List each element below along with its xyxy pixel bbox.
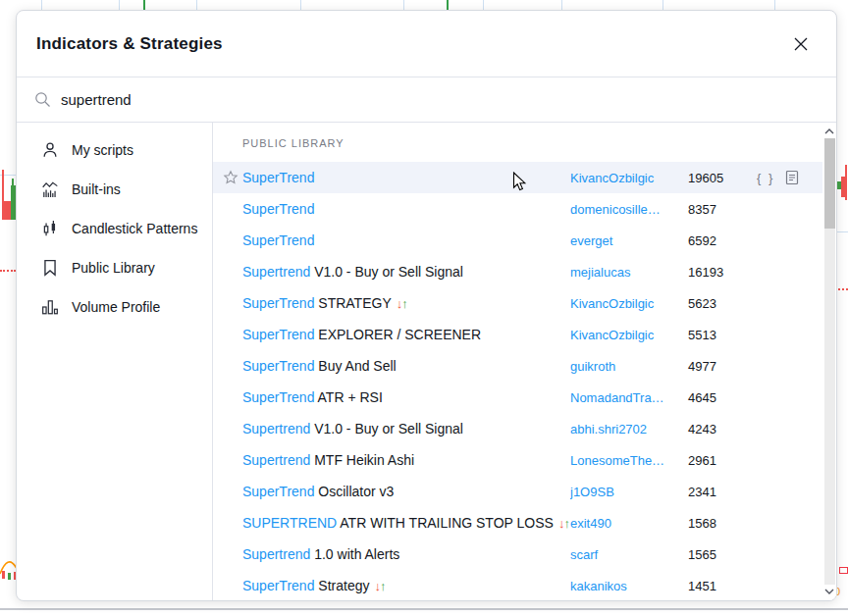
direction-arrows: ↓↑ [397,296,407,311]
favorite-star-icon[interactable] [223,170,238,185]
script-name[interactable]: SuperTrend STRATEGY↓↑ [242,295,570,311]
chart-pane-divider [0,608,848,610]
script-row[interactable]: SuperTrend Buy And Sell guikroth 4977 [213,350,823,382]
sidebar-item-volume-profile[interactable]: Volume Profile [17,287,212,327]
close-button[interactable] [787,30,815,58]
sidebar-item-label: Candlestick Patterns [72,221,197,236]
author-link[interactable]: j1O9SB [570,485,688,499]
author-link[interactable]: guikroth [570,359,688,374]
indicators-dialog: Indicators & Strategies [16,10,837,601]
script-name-match: Supertrend [242,264,310,280]
author-link[interactable]: LonesomeThe… [570,453,688,468]
scrollbar-thumb[interactable] [824,138,835,229]
candle-body [841,177,847,197]
sidebar-item-label: My scripts [72,142,133,158]
author-link[interactable]: domenicosille… [570,202,688,217]
likes-count: 6592 [688,233,757,248]
author-link[interactable]: KivancOzbilgic [570,171,688,185]
author-link[interactable]: kakanikos [570,579,688,593]
script-name[interactable]: Supertrend MTF Heikin Ashi [242,452,570,468]
script-row[interactable]: Supertrend V1.0 - Buy or Sell Signal mej… [213,256,823,287]
script-name[interactable]: SuperTrend ATR + RSI [242,389,570,405]
script-name-rest: Buy And Sell [314,358,396,374]
chart-price-box [839,567,848,574]
candle-body [8,573,11,580]
script-name[interactable]: Supertrend V1.0 - Buy or Sell Signal [242,421,570,436]
script-name[interactable]: SuperTrend EXPLORER / SCREENER [242,327,570,342]
script-row[interactable]: SuperTrend STRATEGY↓↑ KivancOzbilgic 562… [213,287,823,319]
script-row[interactable]: Supertrend MTF Heikin Ashi LonesomeThe… … [213,444,823,476]
script-row[interactable]: SuperTrend Oscillator v3 j1O9SB 2341 [213,476,823,507]
script-name-match: SuperTrend [242,232,314,248]
row-actions: { } [757,170,799,185]
scrollbar [822,123,836,600]
author-link[interactable]: NomadandTra… [570,390,688,405]
section-header: PUBLIC LIBRARY [213,123,836,162]
volume-profile-icon [41,298,59,316]
script-name[interactable]: SuperTrend Strategy↓↑ [242,578,570,593]
script-name-rest: Strategy [314,578,369,593]
script-page-icon[interactable] [785,170,799,185]
likes-count: 4243 [688,422,757,436]
likes-count: 5623 [688,296,757,311]
search-icon [34,91,51,108]
screen: 0 Indicators & Strategies [0,0,848,616]
sidebar-item-label: Built-ins [72,181,121,197]
script-name-match: SuperTrend [242,389,314,405]
sidebar-item-label: Public Library [72,260,155,276]
dialog-header: Indicators & Strategies [17,11,836,77]
script-name[interactable]: SuperTrend Oscillator v3 [242,484,570,499]
author-link[interactable]: abhi.shri2702 [570,422,688,436]
author-link[interactable]: KivancOzbilgic [570,328,688,342]
script-row[interactable]: SuperTrend domenicosille… 8357 [213,193,823,225]
script-name[interactable]: SuperTrend [242,201,570,217]
script-name[interactable]: SUPERTREND ATR WITH TRAILING STOP LOSS↓↑ [242,515,570,531]
candle-body [2,201,11,220]
results-list: SuperTrend KivancOzbilgic 19605 { } [213,162,836,601]
script-name-rest: V1.0 - Buy or Sell Signal [310,421,463,436]
script-name-rest: Oscillator v3 [314,484,394,499]
close-icon [792,35,810,53]
script-name-rest: V1.0 - Buy or Sell Signal [310,264,463,280]
arrow-up-icon: ↑ [563,516,569,531]
scroll-up-button[interactable] [822,125,836,138]
script-row[interactable]: SuperTrend Strategy↓↑ kakanikos 1451 [213,570,823,601]
script-row[interactable]: SuperTrend ATR + RSI NomadandTra… 4645 [213,382,823,413]
script-name-match: SuperTrend [242,327,314,342]
search-input[interactable] [61,91,819,108]
author-link[interactable]: everget [570,233,688,248]
author-link[interactable]: scarf [570,547,688,562]
script-name[interactable]: SuperTrend Buy And Sell [242,358,570,374]
sidebar-item-candlestick-patterns[interactable]: Candlestick Patterns [17,209,212,248]
script-row[interactable]: SuperTrend everget 6592 [213,225,823,256]
script-name-match: Supertrend [242,452,310,468]
sidebar-item-label: Volume Profile [72,299,160,315]
author-link[interactable]: KivancOzbilgic [570,296,688,311]
script-name-rest: EXPLORER / SCREENER [314,327,481,342]
script-name[interactable]: Supertrend V1.0 - Buy or Sell Signal [242,264,570,280]
script-name[interactable]: SuperTrend [242,232,570,248]
script-name-rest: STRATEGY [314,295,391,311]
script-name-match: Supertrend [242,546,310,562]
script-name[interactable]: Supertrend 1.0 with Alerts [242,546,570,562]
sidebar-item-built-ins[interactable]: Built-ins [17,170,212,209]
script-row[interactable]: Supertrend V1.0 - Buy or Sell Signal abh… [213,413,823,444]
script-row[interactable]: Supertrend 1.0 with Alerts scarf 1565 [213,539,823,570]
script-row[interactable]: SUPERTREND ATR WITH TRAILING STOP LOSS↓↑… [213,507,823,539]
candle-wick [2,170,4,203]
chevron-up-icon [824,128,834,134]
likes-count: 19605 [688,171,757,185]
script-name-rest: ATR WITH TRAILING STOP LOSS [337,515,554,531]
source-code-icon[interactable]: { } [757,171,774,185]
likes-count: 8357 [688,202,757,217]
sidebar-item-public-library[interactable]: Public Library [17,248,212,287]
script-row[interactable]: SuperTrend EXPLORER / SCREENER KivancOzb… [213,319,823,350]
person-icon [41,141,59,159]
likes-count: 2341 [688,485,757,499]
likes-count: 16193 [688,265,757,280]
sidebar-item-my-scripts[interactable]: My scripts [17,130,212,170]
likes-count: 2961 [688,453,757,468]
scroll-down-button[interactable] [822,585,836,598]
author-link[interactable]: mejialucas [570,265,688,280]
author-link[interactable]: exit490 [570,516,688,531]
